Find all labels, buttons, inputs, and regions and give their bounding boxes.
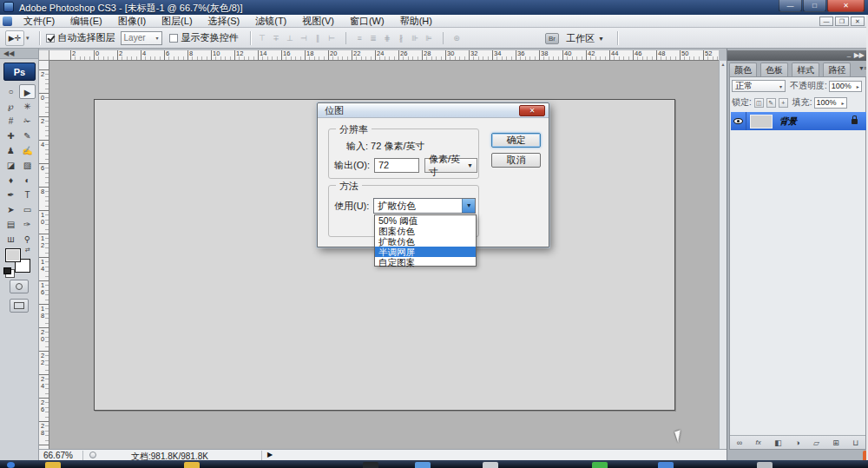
dialog-close-button[interactable]: ✕ [519, 105, 545, 116]
tool-preset-arrow-icon[interactable]: ▾ [26, 35, 30, 42]
doc-close-button[interactable]: ✕ [851, 16, 865, 26]
layer-group-icon[interactable]: ▱ [813, 438, 819, 447]
tool-button[interactable]: ✑ [19, 217, 36, 232]
dropdown-option-50-threshold[interactable]: 50% 阈值 [375, 215, 476, 226]
tab-color[interactable]: 颜色 [729, 63, 757, 76]
align-icon[interactable]: ⊤ [257, 32, 268, 44]
align-icon[interactable]: ∓ [271, 32, 282, 44]
align-icon[interactable]: ≡ [345, 32, 365, 44]
delete-layer-icon[interactable]: ⊔ [852, 438, 858, 447]
taskbar-icon[interactable] [184, 462, 200, 468]
lock-pixels-icon[interactable]: ✎ [766, 98, 776, 108]
layer-group-select[interactable]: Layer ▾ [121, 31, 162, 45]
tool-button[interactable]: ➤ [3, 202, 19, 217]
adjustment-layer-icon[interactable]: ◑ [795, 438, 799, 447]
tool-button[interactable]: ♦ [3, 173, 19, 188]
align-icon[interactable]: ∦ [396, 32, 407, 44]
vertical-scrollbar[interactable]: ▲ [719, 61, 727, 449]
link-layers-icon[interactable]: ∞ [737, 438, 742, 447]
output-value-input[interactable]: 72 [374, 158, 419, 173]
align-icon[interactable]: ≣ [368, 32, 379, 44]
zoom-level-field[interactable]: 66.67% [43, 451, 73, 460]
tool-button[interactable]: ✚ [3, 129, 19, 143]
minimize-button[interactable]: — [779, 0, 802, 12]
menu-item[interactable]: 图像(I) [110, 15, 154, 28]
maximize-button[interactable]: □ [803, 0, 826, 12]
auto-select-checkbox[interactable] [46, 34, 55, 43]
current-tool-icon[interactable]: ▶✛ [5, 30, 24, 46]
menu-item[interactable]: 滤镜(T) [247, 15, 294, 28]
doc-restore-button[interactable]: ❐ [835, 16, 849, 26]
close-button[interactable]: ✕ [827, 0, 865, 12]
tool-button[interactable]: ⚲ [19, 232, 36, 247]
toolbox-collapse-bar[interactable]: ◀◀ [0, 49, 38, 59]
lock-position-icon[interactable]: + [779, 98, 788, 108]
swap-colors-icon[interactable]: ⇄ [25, 247, 30, 254]
taskbar-icon[interactable] [7, 462, 15, 468]
align-icon[interactable]: ⊢ [326, 32, 338, 44]
align-icon[interactable]: ⊥ [285, 32, 296, 44]
tool-button[interactable]: ▤ [3, 217, 19, 232]
show-transform-checkbox[interactable] [169, 34, 178, 43]
menu-item[interactable]: 视图(V) [294, 15, 342, 28]
go-to-bridge-icon[interactable]: Br [545, 33, 559, 44]
visibility-cell[interactable] [731, 112, 746, 130]
tool-button[interactable]: ✒ [3, 188, 19, 202]
tool-button[interactable]: ○ [3, 84, 19, 99]
tool-button[interactable]: ♟ [3, 143, 19, 158]
layer-mask-icon[interactable]: ◧ [774, 438, 782, 447]
menu-item[interactable]: 选择(S) [201, 15, 248, 28]
workspace-label[interactable]: 工作区 [566, 32, 595, 45]
lock-transparency-icon[interactable]: ◫ [754, 98, 764, 108]
quick-mask-button[interactable] [10, 280, 29, 293]
tool-button[interactable]: ▭ [19, 202, 36, 217]
layer-thumbnail[interactable] [750, 115, 773, 129]
ok-button[interactable]: 确定 [491, 133, 541, 148]
chevron-down-icon[interactable]: ▼ [598, 36, 604, 42]
dropdown-option-diffusion-dither[interactable]: 扩散仿色 [375, 236, 476, 247]
taskbar-icon[interactable] [483, 462, 498, 468]
tool-button[interactable]: ◐ [19, 173, 36, 188]
tool-button[interactable]: ◪ [3, 158, 19, 173]
tool-button[interactable]: ✍ [19, 143, 36, 158]
layer-row-background[interactable]: 背景 [731, 112, 866, 130]
tool-button[interactable]: ▨ [19, 158, 36, 173]
align-icon[interactable]: ⊛ [443, 32, 463, 44]
menu-item[interactable]: 帮助(H) [392, 15, 440, 28]
new-layer-icon[interactable]: ⊞ [832, 438, 839, 447]
status-menu-arrow-icon[interactable]: ▶ [267, 451, 273, 458]
menu-item[interactable]: 图层(L) [154, 15, 200, 28]
opacity-field[interactable]: 100% ▸ [829, 81, 862, 92]
tool-button[interactable]: ✁ [19, 114, 36, 129]
taskbar-icon[interactable] [45, 462, 61, 468]
taskbar-icon[interactable] [363, 462, 378, 468]
cancel-button[interactable]: 取消 [491, 153, 541, 168]
align-icon[interactable]: ⊪ [410, 32, 421, 44]
tool-button[interactable]: T [19, 188, 36, 202]
menu-item[interactable]: 窗口(W) [342, 15, 392, 28]
default-colors-icon[interactable] [3, 267, 11, 274]
align-icon[interactable]: ⊫ [424, 32, 435, 44]
taskbar-icon[interactable] [757, 462, 773, 468]
tool-button[interactable]: ℘ [3, 99, 19, 114]
blend-mode-select[interactable]: 正常 ▾ [732, 80, 786, 92]
scroll-up-icon[interactable]: ▲ [721, 62, 726, 67]
tool-button[interactable]: # [3, 114, 19, 129]
chevron-down-icon[interactable]: ▼ [462, 199, 475, 213]
dropdown-option-custom-pattern[interactable]: 自定图案 [375, 257, 476, 267]
menu-item[interactable]: 编辑(E) [62, 15, 110, 28]
dropdown-option-pattern-dither[interactable]: 图案仿色 [375, 226, 476, 236]
tool-button[interactable]: ш [3, 232, 19, 247]
tool-button[interactable]: ▶ [19, 84, 36, 99]
panel-menu-icon[interactable]: ▼≡ [858, 65, 866, 71]
align-icon[interactable]: ⋕ [382, 32, 393, 44]
doc-minimize-button[interactable]: — [819, 16, 833, 26]
fill-field[interactable]: 100% ▸ [814, 97, 847, 109]
dropdown-option-halftone-screen[interactable]: 半调网屏 [375, 247, 476, 257]
align-icon[interactable]: ⊣ [299, 32, 310, 44]
tool-button[interactable]: ✳ [19, 99, 36, 114]
use-method-select[interactable]: 扩散仿色 ▼ [373, 198, 476, 214]
menu-item[interactable]: 文件(F) [16, 15, 62, 28]
output-unit-select[interactable]: 像素/英寸 ▼ [424, 158, 477, 173]
align-icon[interactable]: ∥ [312, 32, 324, 44]
